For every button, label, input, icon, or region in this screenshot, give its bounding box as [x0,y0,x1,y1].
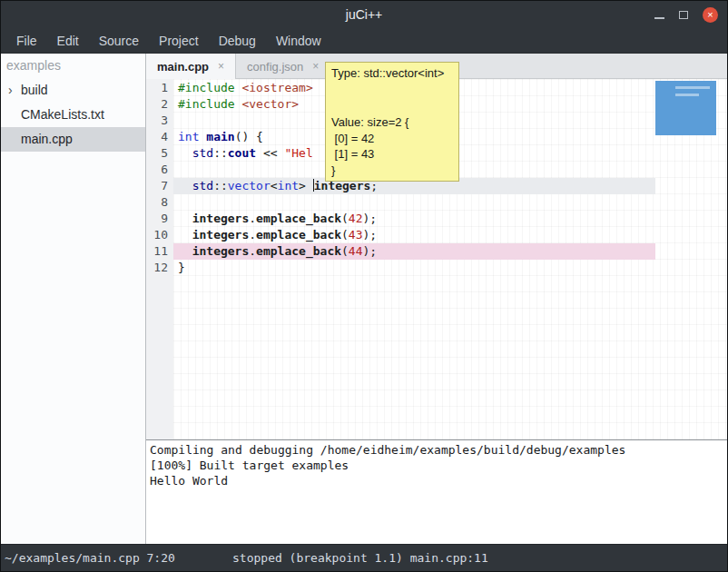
tooltip-value-line: [1] = 43 [331,146,453,163]
code-token: std [192,146,213,160]
code-token: ); [363,228,378,242]
tab-main-cpp[interactable]: main.cpp× [146,54,236,79]
code-token: cout [228,146,256,160]
close-button[interactable]: × [703,7,718,23]
minimap[interactable] [655,81,716,135]
code-token: < [271,179,278,192]
tooltip-type-line: Type: std::vector<int> [331,65,453,82]
output-line: Compiling and debugging /home/eidheim/ex… [150,442,727,458]
menu-item-edit[interactable]: Edit [47,28,89,54]
tooltip-value-line: } [331,163,453,179]
code-token: "Hel [284,146,312,160]
sidebar: examples ›buildCMakeLists.txtmain.cpp [1,54,146,544]
line-number[interactable]: 9 [146,211,168,227]
tab-label: config.json [247,60,303,74]
output-panel[interactable]: Compiling and debugging /home/eidheim/ex… [146,439,727,544]
status-debug-state: stopped (breakpoint 1.1) main.cpp:11 [232,545,488,571]
code-token: > [299,179,313,192]
minimize-button[interactable] [654,6,664,23]
code-token: 42 [349,212,363,225]
line-number[interactable]: 3 [146,113,168,129]
code-token: 43 [349,228,363,242]
code-token: integers [192,228,250,242]
tab-close-icon[interactable]: × [312,60,319,73]
app-window: juCi++ × FileEditSourceProjectDebugWindo… [0,0,728,572]
tree-item-cmakelists-txt[interactable]: CMakeLists.txt [1,103,145,127]
tooltip-value-block: Value: size=2 { [0] = 42 [1] = 43} [331,114,453,178]
tree-item-label: main.cpp [1,127,73,152]
tab-label: main.cpp [157,60,209,74]
code-token: :: [213,179,228,192]
line-number[interactable]: 2 [146,96,168,113]
line-number[interactable]: 8 [146,194,168,211]
code-token: <vector> [241,97,299,111]
line-number[interactable]: 11 [146,243,168,260]
code-token: vector [228,179,271,192]
output-line: Hello World [150,473,727,488]
code-token: ); [363,244,378,258]
code-token: . [249,228,256,242]
code-line-10[interactable]: integers.emplace_back(43); [173,227,655,243]
line-number[interactable]: 10 [146,227,168,243]
code-line-11[interactable]: integers.emplace_back(44); [173,243,655,260]
sidebar-header: examples [1,54,145,78]
window-title: juCi++ [1,1,727,28]
code-line-12[interactable]: } [173,260,655,276]
tooltip-value-line: [0] = 42 [331,131,453,147]
code-token: () { [235,130,263,143]
code-token: emplace_back [256,212,341,225]
titlebar[interactable]: juCi++ × [1,1,727,28]
menu-item-window[interactable]: Window [266,28,331,54]
line-number[interactable]: 6 [146,162,168,178]
code-token: ( [341,228,349,242]
code-token: #include [178,97,241,111]
minimap-line [675,86,710,89]
menubar: FileEditSourceProjectDebugWindow [1,28,727,54]
menu-item-source[interactable]: Source [89,28,149,54]
expander-icon[interactable]: › [8,78,13,103]
line-number[interactable]: 4 [146,129,168,145]
code-token: integers [192,244,250,258]
menu-item-file[interactable]: File [6,28,47,54]
line-number[interactable]: 5 [146,145,168,162]
tree-item-build[interactable]: ›build [1,78,145,103]
code-line-9[interactable]: integers.emplace_back(42); [173,211,655,227]
code-token [178,244,192,258]
code-token: int [278,179,299,192]
tree-item-main-cpp[interactable]: main.cpp [1,127,145,152]
minimap-line [675,94,699,96]
code-token: 44 [349,244,363,258]
code-token: ( [341,244,349,258]
file-tree: ›buildCMakeLists.txtmain.cpp [1,78,145,152]
code-token: #include [178,81,241,94]
code-token: std [192,179,213,192]
menu-item-debug[interactable]: Debug [209,28,266,54]
line-number[interactable]: 7 [146,178,168,194]
code-token [178,179,192,192]
tree-item-label: CMakeLists.txt [1,103,104,127]
tab-config-json[interactable]: config.json× [236,54,330,79]
code-token: int [178,130,199,143]
code-token: ); [363,212,378,225]
restore-icon [679,11,688,19]
window-controls: × [654,1,718,28]
tab-close-icon[interactable]: × [218,60,224,73]
code-token: . [249,212,256,225]
code-token [178,212,192,225]
code-token: main [206,130,234,143]
status-file-position: ~/examples/main.cpp 7:20 [5,545,175,571]
code-token: << [256,146,284,160]
line-number[interactable]: 12 [146,260,168,276]
code-token: ( [341,212,349,225]
code-line-8[interactable] [173,194,655,211]
gutter: 123456789101112 [146,79,173,439]
code-token: } [178,261,185,274]
restore-button[interactable] [679,6,688,23]
line-number[interactable]: 1 [146,80,168,96]
menu-item-project[interactable]: Project [149,28,209,54]
minimize-icon [654,17,664,19]
code-token: integers [192,212,250,225]
statusbar: ~/examples/main.cpp 7:20 stopped (breakp… [1,544,727,571]
tooltip-value-line: Value: size=2 { [331,114,453,131]
code-token [178,146,192,160]
